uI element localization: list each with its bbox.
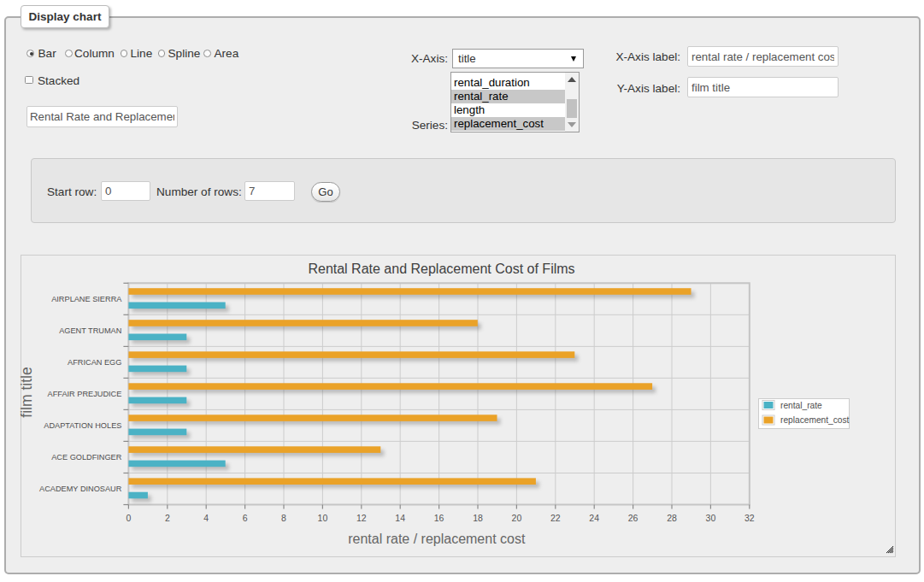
svg-text:6: 6	[243, 513, 248, 523]
svg-text:ADAPTATION HOLES: ADAPTATION HOLES	[44, 421, 121, 430]
svg-text:0: 0	[126, 513, 131, 523]
svg-text:ACADEMY DINOSAUR: ACADEMY DINOSAUR	[39, 485, 122, 493]
svg-text:24: 24	[589, 513, 599, 523]
svg-text:28: 28	[667, 513, 677, 523]
svg-text:AFRICAN EGG: AFRICAN EGG	[68, 358, 121, 367]
svg-text:22: 22	[550, 513, 561, 523]
svg-text:18: 18	[473, 513, 483, 523]
svg-text:14: 14	[395, 513, 405, 523]
svg-text:16: 16	[434, 513, 444, 523]
svg-text:Rental Rate and Replacement Co: Rental Rate and Replacement Cost of Film…	[308, 262, 574, 276]
svg-text:32: 32	[744, 513, 755, 523]
svg-text:AIRPLANE SIERRA: AIRPLANE SIERRA	[51, 295, 122, 303]
svg-text:4: 4	[203, 513, 209, 523]
svg-text:replacement_cost: replacement_cost	[780, 415, 850, 425]
svg-text:AGENT TRUMAN: AGENT TRUMAN	[59, 326, 121, 335]
svg-text:AFFAIR PREJUDICE: AFFAIR PREJUDICE	[48, 390, 122, 398]
svg-text:rental rate / replacement cost: rental rate / replacement cost	[348, 532, 526, 546]
svg-text:30: 30	[706, 513, 716, 523]
svg-text:rental_rate: rental_rate	[780, 401, 822, 410]
svg-text:20: 20	[512, 513, 522, 523]
svg-text:2: 2	[165, 513, 170, 523]
svg-text:8: 8	[281, 513, 286, 523]
svg-text:12: 12	[356, 513, 367, 523]
svg-text:ACE GOLDFINGER: ACE GOLDFINGER	[51, 453, 122, 461]
svg-text:film title: film title	[18, 367, 35, 417]
svg-text:26: 26	[628, 513, 639, 523]
svg-text:10: 10	[318, 513, 328, 523]
